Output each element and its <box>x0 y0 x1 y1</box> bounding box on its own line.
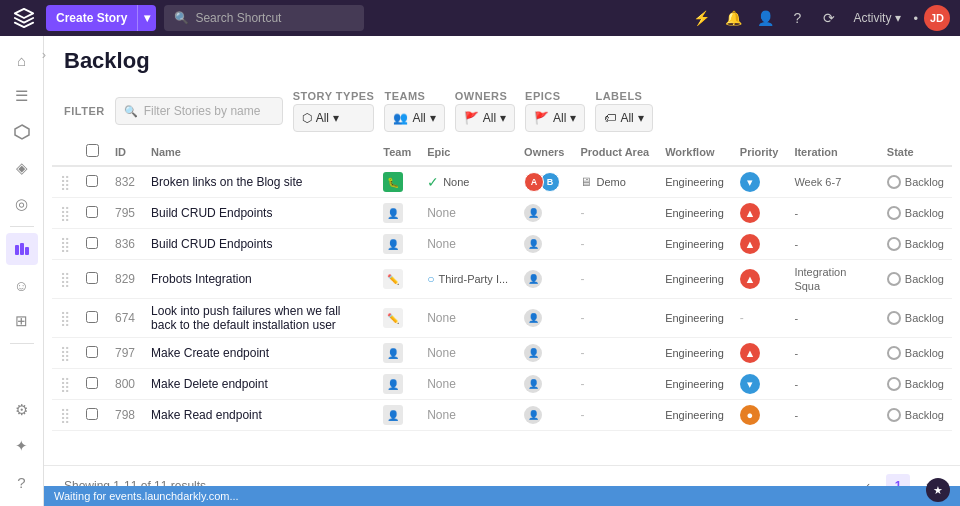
row-owners[interactable]: 👤 <box>516 198 572 229</box>
row-name[interactable]: Build CRUD Endpoints <box>143 198 375 229</box>
row-workflow: Engineering <box>657 338 732 369</box>
row-epic[interactable]: None <box>419 229 516 260</box>
user-avatar[interactable]: JD <box>924 5 950 31</box>
row-checkbox[interactable] <box>78 198 107 229</box>
drag-handle[interactable]: ⣿ <box>52 198 78 229</box>
stories-table-wrap[interactable]: ID Name Team Epic Owners Product Area Wo… <box>44 138 960 465</box>
row-owners[interactable]: 👤 <box>516 299 572 338</box>
labels-dropdown[interactable]: 🏷 All ▾ <box>595 104 652 132</box>
owners-dropdown[interactable]: 🚩 All ▾ <box>455 104 515 132</box>
row-owners[interactable]: 👤 <box>516 229 572 260</box>
drag-handle[interactable]: ⣿ <box>52 369 78 400</box>
sidebar-collapse-button[interactable]: › <box>36 46 52 62</box>
row-owners[interactable]: AB <box>516 166 572 198</box>
row-name[interactable]: Build CRUD Endpoints <box>143 229 375 260</box>
search-icon: 🔍 <box>174 11 189 25</box>
row-owners[interactable]: 👤 <box>516 338 572 369</box>
col-state[interactable]: State <box>879 138 952 166</box>
row-checkbox[interactable] <box>78 299 107 338</box>
col-owners[interactable]: Owners <box>516 138 572 166</box>
row-owners[interactable]: 👤 <box>516 260 572 299</box>
sidebar-item-inbox[interactable]: ☰ <box>6 80 38 112</box>
row-workflow: Engineering <box>657 299 732 338</box>
sidebar-item-home[interactable]: ⌂ <box>6 44 38 76</box>
row-team: 👤 <box>375 338 419 369</box>
row-priority[interactable]: ▾ <box>732 166 787 198</box>
teams-dropdown[interactable]: 👥 All ▾ <box>384 104 444 132</box>
story-types-dropdown[interactable]: ⬡ All ▾ <box>293 104 375 132</box>
col-iteration[interactable]: Iteration <box>786 138 878 166</box>
epics-dropdown[interactable]: 🚩 All ▾ <box>525 104 585 132</box>
row-priority[interactable]: ▾ <box>732 369 787 400</box>
user-circle-icon[interactable]: 👤 <box>751 4 779 32</box>
drag-handle[interactable]: ⣿ <box>52 166 78 198</box>
row-priority[interactable]: ▲ <box>732 198 787 229</box>
sidebar-item-teams[interactable]: ☺ <box>6 269 38 301</box>
drag-handle[interactable]: ⣿ <box>52 338 78 369</box>
create-story-button[interactable]: Create Story ▾ <box>46 5 156 31</box>
row-epic[interactable]: ✓None <box>419 166 516 198</box>
row-priority[interactable]: ▲ <box>732 338 787 369</box>
sidebar-item-stories[interactable] <box>6 116 38 148</box>
row-epic[interactable]: None <box>419 198 516 229</box>
bell-icon[interactable]: 🔔 <box>719 4 747 32</box>
row-epic[interactable]: None <box>419 400 516 431</box>
col-workflow[interactable]: Workflow <box>657 138 732 166</box>
filter-bar: FILTER 🔍 STORY TYPES ⬡ All ▾ TEAMS 👥 All… <box>44 84 960 138</box>
drag-handle[interactable]: ⣿ <box>52 299 78 338</box>
filter-stories-input[interactable] <box>144 104 274 118</box>
col-id[interactable]: ID <box>107 138 143 166</box>
row-checkbox[interactable] <box>78 338 107 369</box>
row-epic[interactable]: None <box>419 369 516 400</box>
row-name[interactable]: Make Delete endpoint <box>143 369 375 400</box>
row-name[interactable]: Look into push failures when we fall bac… <box>143 299 375 338</box>
sidebar-item-reports[interactable] <box>6 233 38 265</box>
row-checkbox[interactable] <box>78 260 107 299</box>
activity-button[interactable]: Activity ▾ <box>847 5 907 31</box>
col-name[interactable]: Name <box>143 138 375 166</box>
sidebar-item-members[interactable]: ⊞ <box>6 305 38 337</box>
sidebar-item-help[interactable]: ? <box>6 466 38 498</box>
row-epic[interactable]: None <box>419 338 516 369</box>
row-name[interactable]: Make Create endpoint <box>143 338 375 369</box>
row-name[interactable]: Broken links on the Blog site <box>143 166 375 198</box>
row-checkbox[interactable] <box>78 166 107 198</box>
drag-handle[interactable]: ⣿ <box>52 260 78 299</box>
main-content: Backlog FILTER 🔍 STORY TYPES ⬡ All ▾ TEA… <box>44 36 960 506</box>
row-epic[interactable]: None <box>419 299 516 338</box>
sidebar-item-settings[interactable]: ⚙ <box>6 394 38 426</box>
row-owners[interactable]: 👤 <box>516 400 572 431</box>
row-name[interactable]: Frobots Integration <box>143 260 375 299</box>
create-story-dropdown-arrow[interactable]: ▾ <box>138 5 156 31</box>
teams-icon: 👥 <box>393 111 408 125</box>
sidebar-item-milestones[interactable]: ◎ <box>6 188 38 220</box>
col-priority[interactable]: Priority <box>732 138 787 166</box>
drag-handle[interactable]: ⣿ <box>52 400 78 431</box>
refresh-icon[interactable]: ⟳ <box>815 4 843 32</box>
filter-input-wrap[interactable]: 🔍 <box>115 97 283 125</box>
bolt-icon[interactable]: ⚡ <box>687 4 715 32</box>
help-icon[interactable]: ? <box>783 4 811 32</box>
row-priority[interactable]: - <box>732 299 787 338</box>
row-name[interactable]: Make Read endpoint <box>143 400 375 431</box>
row-owners[interactable]: 👤 <box>516 369 572 400</box>
search-input[interactable] <box>195 11 354 25</box>
row-checkbox[interactable] <box>78 369 107 400</box>
row-priority[interactable]: ▲ <box>732 229 787 260</box>
select-all-checkbox[interactable] <box>86 144 99 157</box>
search-bar[interactable]: 🔍 <box>164 5 364 31</box>
row-priority[interactable]: ▲ <box>732 260 787 299</box>
row-priority[interactable]: ● <box>732 400 787 431</box>
drag-handle[interactable]: ⣿ <box>52 229 78 260</box>
row-checkbox[interactable] <box>78 400 107 431</box>
col-epic[interactable]: Epic <box>419 138 516 166</box>
status-star-button[interactable]: ★ <box>926 478 950 502</box>
row-checkbox[interactable] <box>78 229 107 260</box>
sidebar-item-integrations[interactable]: ✦ <box>6 430 38 462</box>
sidebar-item-epics[interactable]: ◈ <box>6 152 38 184</box>
col-team[interactable]: Team <box>375 138 419 166</box>
row-epic[interactable]: ○Third-Party I... <box>419 260 516 299</box>
col-product-area[interactable]: Product Area <box>572 138 657 166</box>
app-logo[interactable] <box>10 4 38 32</box>
row-workflow: Engineering <box>657 260 732 299</box>
